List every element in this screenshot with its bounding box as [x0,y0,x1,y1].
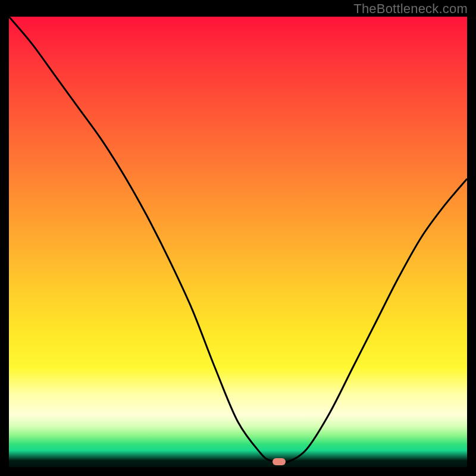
chart-frame: TheBottleneck.com [0,0,476,476]
bottleneck-curve [9,17,467,467]
watermark-text: TheBottleneck.com [353,1,468,17]
curve-path [9,17,467,463]
optimum-marker [273,458,286,465]
plot-area [9,17,467,467]
